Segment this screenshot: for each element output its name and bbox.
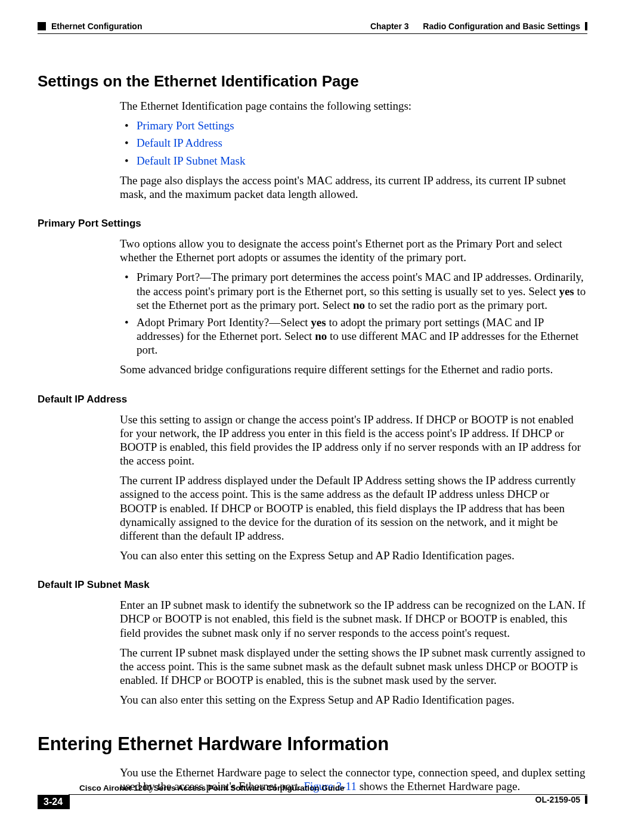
dip-block: Use this setting to assign or change the… bbox=[120, 413, 587, 563]
dsm-p2: The current IP subnet mask displayed und… bbox=[120, 646, 587, 688]
link-default-ip-subnet-mask[interactable]: Default IP Subnet Mask bbox=[137, 154, 245, 167]
bold-yes: yes bbox=[311, 316, 326, 329]
bold-no: no bbox=[353, 299, 365, 311]
intro-bullet-3: Default IP Subnet Mask bbox=[120, 154, 587, 168]
footer-bar-icon bbox=[585, 795, 587, 804]
dip-p2: The current IP address displayed under t… bbox=[120, 473, 587, 543]
pps-bullets: Primary Port?—The primary port determine… bbox=[120, 270, 587, 357]
link-primary-port-settings[interactable]: Primary Port Settings bbox=[137, 119, 234, 132]
heading-primary-port-settings: Primary Port Settings bbox=[38, 218, 587, 230]
page: Ethernet Configuration Chapter 3 Radio C… bbox=[0, 0, 644, 833]
footer-right: OL-2159-05 bbox=[535, 795, 587, 804]
dip-p1: Use this setting to assign or change the… bbox=[120, 413, 587, 468]
header-chapter-title: Radio Configuration and Basic Settings bbox=[423, 21, 580, 31]
dsm-p3: You can also enter this setting on the E… bbox=[120, 693, 587, 707]
heading-settings-ethernet-id: Settings on the Ethernet Identification … bbox=[38, 72, 587, 91]
intro-p1: The Ethernet Identification page contain… bbox=[120, 99, 587, 113]
bold-yes: yes bbox=[559, 285, 574, 298]
pps-bullet-2: Adopt Primary Port Identity?—Select yes … bbox=[120, 315, 587, 357]
footer: Cisco Aironet 1200 Seres Access Point So… bbox=[38, 783, 587, 809]
heading-entering-ethernet-hardware: Entering Ethernet Hardware Information bbox=[38, 733, 587, 755]
pps-block: Two options allow you to designate the a… bbox=[120, 237, 587, 377]
footer-doc-id: OL-2159-05 bbox=[535, 795, 580, 804]
footer-bottom: 3-24 OL-2159-05 bbox=[38, 795, 587, 809]
intro-p2: The page also displays the access point'… bbox=[120, 174, 587, 201]
dsm-p1: Enter an IP subnet mask to identify the … bbox=[120, 598, 587, 640]
header-rule bbox=[38, 33, 587, 34]
footer-rule bbox=[69, 794, 587, 795]
dsm-block: Enter an IP subnet mask to identify the … bbox=[120, 598, 587, 707]
intro-bullet-2: Default IP Address bbox=[120, 136, 587, 150]
heading-default-ip-address: Default IP Address bbox=[38, 394, 587, 405]
pps-bullet-1: Primary Port?—The primary port determine… bbox=[120, 270, 587, 312]
dip-p3: You can also enter this setting on the E… bbox=[120, 549, 587, 562]
page-number-badge: 3-24 bbox=[38, 795, 70, 809]
pps-p2: Some advanced bridge configurations requ… bbox=[120, 363, 587, 376]
footer-rule-wrap: Cisco Aironet 1200 Seres Access Point So… bbox=[38, 783, 587, 795]
header-bar-icon bbox=[585, 22, 587, 30]
bold-no: no bbox=[315, 330, 327, 342]
intro-bullet-1: Primary Port Settings bbox=[120, 119, 587, 132]
footer-left: 3-24 bbox=[38, 795, 73, 809]
intro-bullets: Primary Port Settings Default IP Address… bbox=[120, 119, 587, 168]
header-left: Ethernet Configuration bbox=[38, 21, 142, 31]
pps-p1: Two options allow you to designate the a… bbox=[120, 237, 587, 264]
header-section: Ethernet Configuration bbox=[51, 21, 142, 31]
header-right: Chapter 3 Radio Configuration and Basic … bbox=[370, 21, 587, 31]
link-default-ip-address[interactable]: Default IP Address bbox=[137, 137, 222, 149]
header-chapter-label: Chapter 3 bbox=[370, 21, 409, 31]
header-marker-icon bbox=[38, 22, 46, 30]
running-header: Ethernet Configuration Chapter 3 Radio C… bbox=[38, 21, 587, 31]
heading-default-ip-subnet-mask: Default IP Subnet Mask bbox=[38, 579, 587, 591]
footer-guide-title: Cisco Aironet 1200 Seres Access Point So… bbox=[79, 784, 345, 792]
intro-block: The Ethernet Identification page contain… bbox=[120, 99, 587, 201]
